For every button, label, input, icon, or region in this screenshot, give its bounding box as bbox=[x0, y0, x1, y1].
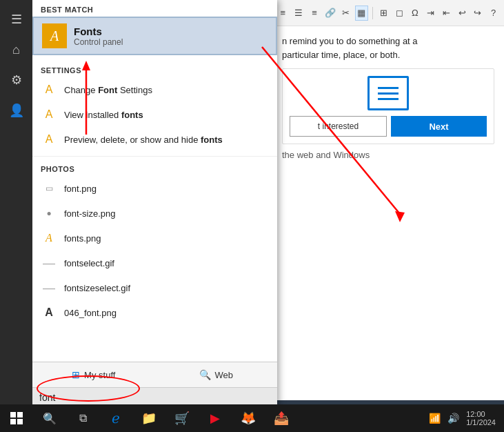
search-input[interactable] bbox=[39, 392, 270, 403]
view-fonts-label: View installed fonts bbox=[64, 110, 143, 120]
search-hint-text: the web and Windows bbox=[282, 148, 494, 162]
font-png-item[interactable]: ▭ font.png bbox=[32, 176, 277, 201]
web-label: Web bbox=[215, 370, 234, 380]
preview-fonts-item[interactable]: A Preview, delete, or show and hide font… bbox=[32, 127, 277, 152]
circle-icon: ● bbox=[41, 205, 57, 222]
undo-icon[interactable]: ↩ bbox=[456, 6, 469, 21]
taskbar-search-icon: 🔍 bbox=[43, 412, 57, 425]
eraser-icon[interactable]: ◻ bbox=[393, 6, 406, 21]
bold-a-icon: A bbox=[41, 304, 57, 321]
fontselect-gif-item[interactable]: — fontselect.gif bbox=[32, 251, 277, 275]
app-window: ≡ ☰ ≡ 🔗 ✂ ▦ ⊞ ◻ Ω ⇥ ⇤ ↩ ↪ ? n remind you… bbox=[272, 0, 504, 400]
taskbar-clock[interactable]: 12:001/1/2024 bbox=[463, 410, 498, 426]
app-content: n remind you to do something at a partic… bbox=[272, 26, 504, 170]
view-installed-fonts-item[interactable]: A View installed fonts bbox=[32, 102, 277, 127]
best-match-header: Best match bbox=[32, 0, 277, 17]
best-match-title: Fonts bbox=[74, 26, 123, 37]
fonts-png-item[interactable]: A fonts.png bbox=[32, 226, 277, 251]
file-explorer-icon: 📁 bbox=[141, 411, 157, 426]
next-button[interactable]: Next bbox=[391, 116, 487, 137]
view-fonts-icon: A bbox=[41, 106, 57, 123]
my-stuff-tab[interactable]: ⊞ My stuff bbox=[32, 362, 155, 387]
taskbar-firefox-icon[interactable]: 🦊 bbox=[232, 404, 265, 432]
image-icon: ▭ bbox=[41, 180, 57, 197]
task-view-icon: ⧉ bbox=[79, 412, 87, 424]
align-center-icon[interactable]: ☰ bbox=[292, 6, 305, 21]
best-match-text: Fonts Control panel bbox=[74, 26, 123, 47]
settings-header: Settings bbox=[32, 61, 277, 77]
not-interested-button[interactable]: t interested bbox=[290, 116, 387, 137]
cortana-card-icon bbox=[367, 76, 409, 110]
photos-section: Photos ▭ font.png ● font-size.png A font… bbox=[32, 157, 277, 328]
taskbar-groove-icon[interactable]: ▶ bbox=[199, 404, 232, 432]
best-match-subtitle: Control panel bbox=[74, 37, 123, 47]
search-panel: Best match A Fonts Control panel Setting… bbox=[32, 0, 277, 407]
groove-icon: ▶ bbox=[210, 411, 220, 426]
taskbar-search-button[interactable]: 🔍 bbox=[33, 404, 66, 432]
home-icon[interactable]: ⌂ bbox=[3, 36, 30, 63]
outdent-icon[interactable]: ⇤ bbox=[440, 6, 453, 21]
taskbar-store-icon[interactable]: 🛒 bbox=[165, 404, 199, 432]
help-icon[interactable]: ? bbox=[487, 6, 500, 21]
left-nav: ☰ ⌂ ⚙ 👤 bbox=[0, 0, 32, 407]
fonts-icon: A bbox=[42, 23, 67, 48]
font-png-label: font.png bbox=[64, 184, 97, 194]
insert-icon[interactable]: ⊞ bbox=[377, 6, 390, 21]
edge-browser-icon: ℯ bbox=[112, 410, 120, 426]
card-buttons: t interested Next bbox=[290, 116, 487, 137]
settings-section: Settings A Change Font Settings A View i… bbox=[32, 57, 277, 157]
redo-icon[interactable]: ↪ bbox=[472, 6, 485, 21]
my-stuff-label: My stuff bbox=[84, 370, 115, 380]
link-icon[interactable]: 🔗 bbox=[323, 6, 336, 21]
omega-icon[interactable]: Ω bbox=[408, 6, 421, 21]
web-tab[interactable]: 🔍 Web bbox=[155, 362, 278, 387]
font-size-png-item[interactable]: ● font-size.png bbox=[32, 201, 277, 226]
change-font-label: Change Font Settings bbox=[64, 85, 152, 95]
app-text1: n remind you to do something at a bbox=[282, 35, 494, 48]
settings-icon[interactable]: ⚙ bbox=[3, 66, 30, 94]
start-button[interactable] bbox=[0, 404, 33, 432]
panel-bottom-tabs: ⊞ My stuff 🔍 Web bbox=[32, 362, 277, 387]
app-text2: particular time, place, or both. bbox=[282, 48, 494, 62]
preview-icon: A bbox=[41, 131, 57, 148]
align-left-icon[interactable]: ≡ bbox=[276, 6, 290, 21]
dash-icon1: — bbox=[41, 255, 57, 271]
dash-icon2: — bbox=[41, 279, 57, 296]
fontsizeselect-gif-item[interactable]: — fontsizeselect.gif bbox=[32, 275, 277, 300]
taskbar-task-view[interactable]: ⧉ bbox=[66, 404, 99, 432]
taskbar-network-icon[interactable]: 📶 bbox=[426, 413, 443, 424]
filezilla-icon: 📤 bbox=[274, 411, 289, 426]
taskbar-right-area: 📶 🔊 12:001/1/2024 bbox=[426, 410, 504, 426]
photos-header: Photos bbox=[32, 159, 277, 176]
font-a-icon: A bbox=[41, 230, 57, 246]
font-size-label: font-size.png bbox=[64, 208, 115, 219]
search-icon: 🔍 bbox=[199, 369, 211, 380]
change-font-icon: A bbox=[41, 81, 57, 98]
indent-icon[interactable]: ⇥ bbox=[424, 6, 437, 21]
preview-label: Preview, delete, or show and hide fonts bbox=[64, 135, 223, 145]
firefox-icon: 🦊 bbox=[241, 411, 256, 426]
cortana-card: t interested Next bbox=[282, 68, 494, 144]
fonts-png-label: fonts.png bbox=[64, 233, 101, 244]
taskbar-volume-icon[interactable]: 🔊 bbox=[445, 413, 462, 424]
windows-logo bbox=[10, 412, 23, 424]
align-right-icon[interactable]: ≡ bbox=[308, 6, 321, 21]
app-toolbar: ≡ ☰ ≡ 🔗 ✂ ▦ ⊞ ◻ Ω ⇥ ⇤ ↩ ↪ ? bbox=[272, 0, 504, 26]
windows-icon: ⊞ bbox=[72, 369, 80, 380]
046-font-label: 046_font.png bbox=[64, 308, 117, 318]
user-icon[interactable]: 👤 bbox=[3, 97, 30, 124]
store-icon: 🛒 bbox=[174, 411, 190, 426]
046-font-item[interactable]: A 046_font.png bbox=[32, 300, 277, 325]
change-font-settings-item[interactable]: A Change Font Settings bbox=[32, 77, 277, 102]
scissors-icon[interactable]: ✂ bbox=[339, 6, 352, 21]
taskbar: 🔍 ⧉ ℯ 📁 🛒 ▶ 🦊 📤 📶 🔊 12:001/1/2024 bbox=[0, 404, 504, 432]
table-icon[interactable]: ▦ bbox=[355, 6, 368, 21]
best-match-item[interactable]: A Fonts Control panel bbox=[32, 17, 277, 55]
taskbar-explorer-icon[interactable]: 📁 bbox=[132, 404, 165, 432]
taskbar-filezilla-icon[interactable]: 📤 bbox=[265, 404, 298, 432]
taskbar-edge-icon[interactable]: ℯ bbox=[99, 404, 132, 432]
fontselect-label: fontselect.gif bbox=[64, 258, 114, 268]
fontsizeselect-label: fontsizeselect.gif bbox=[64, 283, 130, 293]
hamburger-icon[interactable]: ☰ bbox=[3, 6, 30, 33]
